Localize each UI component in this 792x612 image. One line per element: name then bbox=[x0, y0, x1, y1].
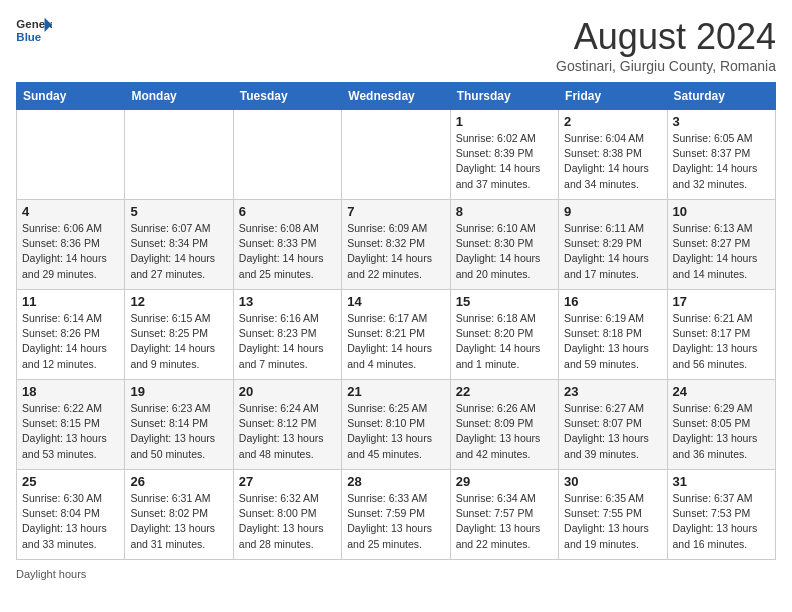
calendar-cell: 8Sunrise: 6:10 AMSunset: 8:30 PMDaylight… bbox=[450, 200, 558, 290]
calendar-cell: 12Sunrise: 6:15 AMSunset: 8:25 PMDayligh… bbox=[125, 290, 233, 380]
calendar-cell: 5Sunrise: 6:07 AMSunset: 8:34 PMDaylight… bbox=[125, 200, 233, 290]
calendar-cell: 27Sunrise: 6:32 AMSunset: 8:00 PMDayligh… bbox=[233, 470, 341, 560]
cell-sun-info: Sunrise: 6:04 AMSunset: 8:38 PMDaylight:… bbox=[564, 131, 661, 192]
cell-sun-info: Sunrise: 6:02 AMSunset: 8:39 PMDaylight:… bbox=[456, 131, 553, 192]
cell-sun-info: Sunrise: 6:06 AMSunset: 8:36 PMDaylight:… bbox=[22, 221, 119, 282]
cell-day-number: 29 bbox=[456, 474, 553, 489]
calendar-cell: 13Sunrise: 6:16 AMSunset: 8:23 PMDayligh… bbox=[233, 290, 341, 380]
cell-sun-info: Sunrise: 6:17 AMSunset: 8:21 PMDaylight:… bbox=[347, 311, 444, 372]
cell-day-number: 9 bbox=[564, 204, 661, 219]
calendar-cell: 23Sunrise: 6:27 AMSunset: 8:07 PMDayligh… bbox=[559, 380, 667, 470]
cell-sun-info: Sunrise: 6:25 AMSunset: 8:10 PMDaylight:… bbox=[347, 401, 444, 462]
cell-day-number: 19 bbox=[130, 384, 227, 399]
cell-day-number: 31 bbox=[673, 474, 770, 489]
calendar-week-row: 25Sunrise: 6:30 AMSunset: 8:04 PMDayligh… bbox=[17, 470, 776, 560]
calendar-cell: 1Sunrise: 6:02 AMSunset: 8:39 PMDaylight… bbox=[450, 110, 558, 200]
calendar-cell: 19Sunrise: 6:23 AMSunset: 8:14 PMDayligh… bbox=[125, 380, 233, 470]
cell-day-number: 26 bbox=[130, 474, 227, 489]
cell-day-number: 15 bbox=[456, 294, 553, 309]
cell-day-number: 6 bbox=[239, 204, 336, 219]
calendar-cell: 26Sunrise: 6:31 AMSunset: 8:02 PMDayligh… bbox=[125, 470, 233, 560]
cell-day-number: 4 bbox=[22, 204, 119, 219]
calendar-cell: 11Sunrise: 6:14 AMSunset: 8:26 PMDayligh… bbox=[17, 290, 125, 380]
daylight-hours-label: Daylight hours bbox=[16, 568, 86, 580]
calendar-cell: 20Sunrise: 6:24 AMSunset: 8:12 PMDayligh… bbox=[233, 380, 341, 470]
calendar-cell: 7Sunrise: 6:09 AMSunset: 8:32 PMDaylight… bbox=[342, 200, 450, 290]
calendar-cell: 10Sunrise: 6:13 AMSunset: 8:27 PMDayligh… bbox=[667, 200, 775, 290]
calendar-cell: 29Sunrise: 6:34 AMSunset: 7:57 PMDayligh… bbox=[450, 470, 558, 560]
calendar-cell: 4Sunrise: 6:06 AMSunset: 8:36 PMDaylight… bbox=[17, 200, 125, 290]
calendar-cell: 3Sunrise: 6:05 AMSunset: 8:37 PMDaylight… bbox=[667, 110, 775, 200]
cell-sun-info: Sunrise: 6:21 AMSunset: 8:17 PMDaylight:… bbox=[673, 311, 770, 372]
cell-sun-info: Sunrise: 6:15 AMSunset: 8:25 PMDaylight:… bbox=[130, 311, 227, 372]
cell-day-number: 1 bbox=[456, 114, 553, 129]
dow-header-sunday: Sunday bbox=[17, 83, 125, 110]
svg-text:Blue: Blue bbox=[16, 31, 41, 43]
cell-day-number: 22 bbox=[456, 384, 553, 399]
cell-sun-info: Sunrise: 6:18 AMSunset: 8:20 PMDaylight:… bbox=[456, 311, 553, 372]
general-blue-logo-icon: General Blue bbox=[16, 16, 52, 46]
cell-sun-info: Sunrise: 6:23 AMSunset: 8:14 PMDaylight:… bbox=[130, 401, 227, 462]
cell-sun-info: Sunrise: 6:29 AMSunset: 8:05 PMDaylight:… bbox=[673, 401, 770, 462]
calendar-cell: 22Sunrise: 6:26 AMSunset: 8:09 PMDayligh… bbox=[450, 380, 558, 470]
cell-day-number: 12 bbox=[130, 294, 227, 309]
cell-sun-info: Sunrise: 6:05 AMSunset: 8:37 PMDaylight:… bbox=[673, 131, 770, 192]
location-subtitle: Gostinari, Giurgiu County, Romania bbox=[556, 58, 776, 74]
calendar-cell bbox=[342, 110, 450, 200]
dow-header-saturday: Saturday bbox=[667, 83, 775, 110]
calendar-cell: 28Sunrise: 6:33 AMSunset: 7:59 PMDayligh… bbox=[342, 470, 450, 560]
logo: General Blue bbox=[16, 16, 52, 46]
cell-day-number: 24 bbox=[673, 384, 770, 399]
cell-day-number: 16 bbox=[564, 294, 661, 309]
calendar-cell: 16Sunrise: 6:19 AMSunset: 8:18 PMDayligh… bbox=[559, 290, 667, 380]
cell-sun-info: Sunrise: 6:24 AMSunset: 8:12 PMDaylight:… bbox=[239, 401, 336, 462]
footer-note: Daylight hours bbox=[16, 568, 776, 580]
cell-sun-info: Sunrise: 6:27 AMSunset: 8:07 PMDaylight:… bbox=[564, 401, 661, 462]
calendar-body: 1Sunrise: 6:02 AMSunset: 8:39 PMDaylight… bbox=[17, 110, 776, 560]
calendar-week-row: 1Sunrise: 6:02 AMSunset: 8:39 PMDaylight… bbox=[17, 110, 776, 200]
cell-sun-info: Sunrise: 6:32 AMSunset: 8:00 PMDaylight:… bbox=[239, 491, 336, 552]
calendar-cell: 25Sunrise: 6:30 AMSunset: 8:04 PMDayligh… bbox=[17, 470, 125, 560]
cell-day-number: 7 bbox=[347, 204, 444, 219]
cell-day-number: 28 bbox=[347, 474, 444, 489]
cell-day-number: 20 bbox=[239, 384, 336, 399]
cell-day-number: 13 bbox=[239, 294, 336, 309]
cell-sun-info: Sunrise: 6:31 AMSunset: 8:02 PMDaylight:… bbox=[130, 491, 227, 552]
cell-sun-info: Sunrise: 6:26 AMSunset: 8:09 PMDaylight:… bbox=[456, 401, 553, 462]
title-area: August 2024 Gostinari, Giurgiu County, R… bbox=[556, 16, 776, 74]
calendar-cell: 6Sunrise: 6:08 AMSunset: 8:33 PMDaylight… bbox=[233, 200, 341, 290]
calendar-cell: 24Sunrise: 6:29 AMSunset: 8:05 PMDayligh… bbox=[667, 380, 775, 470]
calendar-cell: 17Sunrise: 6:21 AMSunset: 8:17 PMDayligh… bbox=[667, 290, 775, 380]
cell-day-number: 18 bbox=[22, 384, 119, 399]
calendar-cell: 18Sunrise: 6:22 AMSunset: 8:15 PMDayligh… bbox=[17, 380, 125, 470]
dow-header-thursday: Thursday bbox=[450, 83, 558, 110]
cell-day-number: 5 bbox=[130, 204, 227, 219]
cell-day-number: 3 bbox=[673, 114, 770, 129]
cell-sun-info: Sunrise: 6:07 AMSunset: 8:34 PMDaylight:… bbox=[130, 221, 227, 282]
dow-header-wednesday: Wednesday bbox=[342, 83, 450, 110]
cell-sun-info: Sunrise: 6:09 AMSunset: 8:32 PMDaylight:… bbox=[347, 221, 444, 282]
cell-day-number: 23 bbox=[564, 384, 661, 399]
cell-sun-info: Sunrise: 6:22 AMSunset: 8:15 PMDaylight:… bbox=[22, 401, 119, 462]
calendar-cell: 30Sunrise: 6:35 AMSunset: 7:55 PMDayligh… bbox=[559, 470, 667, 560]
cell-sun-info: Sunrise: 6:30 AMSunset: 8:04 PMDaylight:… bbox=[22, 491, 119, 552]
calendar-table: SundayMondayTuesdayWednesdayThursdayFrid… bbox=[16, 82, 776, 560]
calendar-cell: 9Sunrise: 6:11 AMSunset: 8:29 PMDaylight… bbox=[559, 200, 667, 290]
cell-day-number: 21 bbox=[347, 384, 444, 399]
cell-sun-info: Sunrise: 6:33 AMSunset: 7:59 PMDaylight:… bbox=[347, 491, 444, 552]
calendar-cell bbox=[125, 110, 233, 200]
calendar-week-row: 18Sunrise: 6:22 AMSunset: 8:15 PMDayligh… bbox=[17, 380, 776, 470]
cell-sun-info: Sunrise: 6:16 AMSunset: 8:23 PMDaylight:… bbox=[239, 311, 336, 372]
dow-header-monday: Monday bbox=[125, 83, 233, 110]
calendar-week-row: 4Sunrise: 6:06 AMSunset: 8:36 PMDaylight… bbox=[17, 200, 776, 290]
page-header: General Blue August 2024 Gostinari, Giur… bbox=[16, 16, 776, 74]
cell-day-number: 8 bbox=[456, 204, 553, 219]
calendar-cell: 2Sunrise: 6:04 AMSunset: 8:38 PMDaylight… bbox=[559, 110, 667, 200]
calendar-cell: 21Sunrise: 6:25 AMSunset: 8:10 PMDayligh… bbox=[342, 380, 450, 470]
cell-sun-info: Sunrise: 6:34 AMSunset: 7:57 PMDaylight:… bbox=[456, 491, 553, 552]
cell-sun-info: Sunrise: 6:08 AMSunset: 8:33 PMDaylight:… bbox=[239, 221, 336, 282]
cell-day-number: 11 bbox=[22, 294, 119, 309]
calendar-cell: 14Sunrise: 6:17 AMSunset: 8:21 PMDayligh… bbox=[342, 290, 450, 380]
calendar-cell bbox=[17, 110, 125, 200]
cell-sun-info: Sunrise: 6:11 AMSunset: 8:29 PMDaylight:… bbox=[564, 221, 661, 282]
